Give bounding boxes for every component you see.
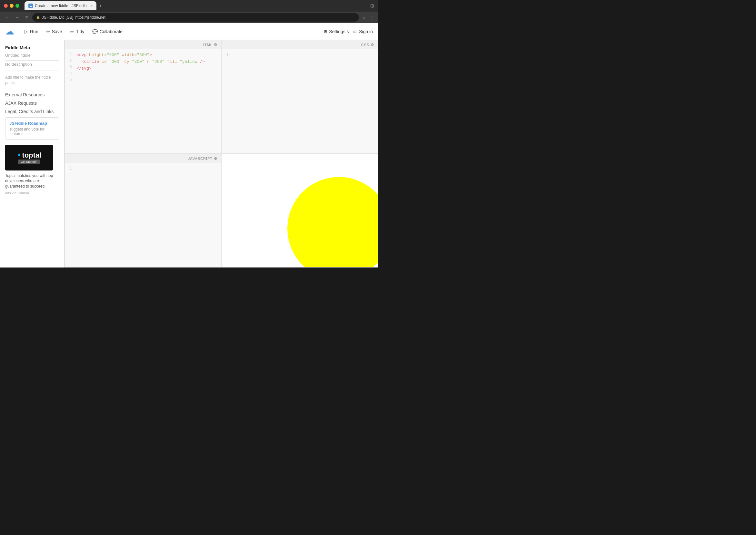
roadmap-link[interactable]: JSFiddle Roadmap [9,121,55,126]
tab-title: Create a new fiddle - JSFiddle [35,4,87,8]
signin-button[interactable]: ☺ Sign in [352,29,373,34]
preview-content [222,154,378,267]
fiddle-title[interactable]: Untitled fiddle [5,53,59,61]
line-num-3: 3 [67,64,72,70]
bookmark-button[interactable]: ☆ [361,14,367,21]
lock-icon: 🔒 [36,16,40,19]
css-code-area[interactable] [230,49,378,154]
html-panel-header: HTML ⚙ [65,40,221,49]
sidebar-link-ajax-requests[interactable]: AJAX Requests [5,100,59,106]
browser-toolbar: ← → ↻ 🔒 JSFiddle, Ltd [GB] https://jsfid… [0,12,378,23]
tab-favicon-icon: ☁ [29,5,32,8]
traffic-lights [4,4,19,8]
attr-width-val: "600" [137,52,149,57]
sidebar-link-external-resources[interactable]: External Resources [5,92,59,97]
sidebar: Fiddle Meta Untitled fiddle No descripti… [0,40,65,268]
toolbar-actions: ☆ ⋮ [361,14,376,21]
roadmap-description: suggest and vote for features [9,127,55,136]
tab-close-button[interactable]: × [91,4,93,8]
ad-person-figure: ✦ toptal Get Started › [5,145,53,171]
js-panel: JAVASCRIPT ⚙ 1 [65,154,221,268]
css-panel: CSS ⚙ 1 [221,40,378,154]
fiddle-meta-title: Fiddle Meta [5,45,59,50]
traffic-light-yellow[interactable] [10,4,14,8]
html-code-line-1: <svg height="600" width="600"> [76,52,218,59]
html-label: HTML [201,43,213,47]
browser-menu-icon[interactable]: ⊞ [370,3,374,8]
ad-image[interactable]: ✦ toptal Get Started › [5,145,53,171]
js-gear-icon[interactable]: ⚙ [214,156,218,161]
new-tab-button[interactable]: + [96,2,104,10]
save-label: Save [52,29,62,34]
css-line-num-1: 1 [224,52,229,58]
tab-bar: ☁ Create a new fiddle - JSFiddle × + [24,1,104,10]
site-info: JSFiddle, Ltd [GB] [42,15,73,20]
css-panel-header: CSS ⚙ [222,40,378,49]
address-url: https://jsfiddle.net [75,15,105,20]
fiddle-hint: Add title to make the fiddle public. [5,75,59,86]
html-code-area[interactable]: <svg height="600" width="600"> <circle c… [74,49,221,154]
ad-cta[interactable]: Get Started › [18,159,40,164]
settings-label: Settings [329,29,346,34]
tab-favicon: ☁ [28,4,33,8]
logo: ☁ [5,26,14,37]
save-button[interactable]: ✏ Save [42,27,66,36]
html-line-numbers: 1 2 3 4 5 [65,49,74,154]
line-num-5: 5 [67,77,72,83]
address-bar[interactable]: 🔒 JSFiddle, Ltd [GB] https://jsfiddle.ne… [32,13,359,22]
app: ☁ ▷ Run ✏ Save ☰ Tidy 💬 Collaborate ⚙ Se… [0,23,378,268]
tidy-button[interactable]: ☰ Tidy [66,27,88,36]
css-label: CSS [361,43,369,47]
back-button[interactable]: ← [3,14,11,21]
attr-width: width [122,52,134,57]
settings-button[interactable]: ⚙ Settings ∨ [323,29,350,34]
reload-button[interactable]: ↻ [23,14,30,20]
html-code-line-3: <circle cx="300" cy="300" r="200" fill="… [76,59,218,66]
line-num-1: 1 [67,52,72,58]
css-line-numbers: 1 [222,49,230,154]
app-toolbar: ☁ ▷ Run ✏ Save ☰ Tidy 💬 Collaborate ⚙ Se… [0,23,378,40]
browser-menu-button[interactable]: ⋮ [369,14,376,21]
html-panel: HTML ⚙ 1 2 3 4 5 <svg height="600" width… [65,40,221,154]
signin-icon: ☺ [352,29,357,34]
collaborate-label: Collaborate [100,29,123,34]
run-icon: ▷ [24,29,28,34]
js-code-area[interactable] [74,163,221,267]
attr-height: height [89,52,104,57]
main-content: Fiddle Meta Untitled fiddle No descripti… [0,40,378,268]
collaborate-button[interactable]: 💬 Collaborate [88,27,127,36]
run-button[interactable]: ▷ Run [21,27,42,36]
ad-toptal-brand: toptal [22,151,42,159]
settings-chevron-icon: ∨ [347,29,350,34]
css-gear-icon[interactable]: ⚙ [371,42,375,47]
js-editor-content[interactable]: 1 [65,163,221,267]
ad-attribution: ads via Carbon [5,191,59,195]
tag-open: <svg [76,52,86,57]
ad-body: Toptal matches you with top developers w… [5,173,59,189]
sidebar-link-legal[interactable]: Legal, Credits and Links [5,109,59,114]
html-code-line-5: </svg> [76,66,218,72]
tidy-label: Tidy [76,29,84,34]
browser-chrome: ☁ Create a new fiddle - JSFiddle × + ⊞ ←… [0,0,378,23]
collaborate-icon: 💬 [92,29,98,34]
traffic-light-green[interactable] [15,4,19,8]
html-editor-content[interactable]: 1 2 3 4 5 <svg height="600" width="600">… [65,49,221,154]
editor-area: HTML ⚙ 1 2 3 4 5 <svg height="600" width… [65,40,378,268]
css-editor-content[interactable]: 1 [222,49,378,154]
html-gear-icon[interactable]: ⚙ [214,42,218,47]
fiddle-description[interactable]: No description [5,62,59,71]
tidy-icon: ☰ [70,29,74,34]
preview-yellow-circle [287,177,378,268]
js-panel-header: JAVASCRIPT ⚙ [65,154,221,163]
attr-height-val: "600" [107,52,119,57]
browser-tab-active[interactable]: ☁ Create a new fiddle - JSFiddle × [24,1,96,10]
run-label: Run [30,29,38,34]
traffic-light-red[interactable] [4,4,8,8]
forward-button[interactable]: → [13,14,21,21]
logo-icon: ☁ [5,26,14,37]
js-line-num-1: 1 [67,166,72,172]
preview-panel [221,154,378,268]
toolbar-right: ⚙ Settings ∨ ☺ Sign in [323,29,373,34]
browser-titlebar: ☁ Create a new fiddle - JSFiddle × + ⊞ [0,0,378,12]
settings-icon: ⚙ [323,29,328,34]
